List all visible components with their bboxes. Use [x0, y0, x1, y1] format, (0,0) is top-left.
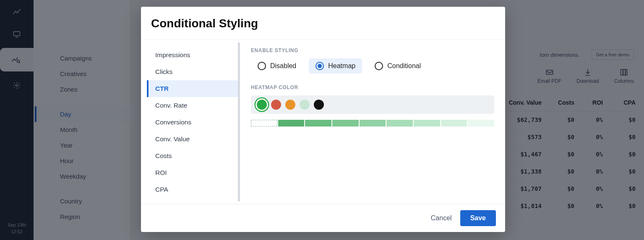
gradient-step — [251, 120, 277, 127]
color-swatch[interactable] — [271, 100, 281, 110]
gradient-step — [278, 120, 305, 127]
metric-item-impressions[interactable]: Impressions — [147, 47, 238, 63]
metric-item-cpa[interactable]: CPA — [147, 181, 238, 198]
gradient-step — [386, 120, 413, 127]
color-swatch[interactable] — [314, 100, 324, 110]
radio-icon — [258, 62, 266, 70]
enable-styling-label: ENABLE STYLING — [251, 47, 494, 53]
modal-footer: Cancel Save — [141, 204, 505, 232]
radio-label: Heatmap — [328, 62, 355, 70]
modal-title: Conditional Styling — [151, 17, 495, 30]
metric-item-costs[interactable]: Costs — [147, 148, 238, 164]
radio-label: Disabled — [270, 62, 296, 70]
color-swatch[interactable] — [285, 100, 295, 110]
modal-body: ImpressionsClicksCTRConv. RateConversion… — [141, 40, 505, 204]
gradient-step — [414, 120, 440, 127]
radio-heatmap[interactable]: Heatmap — [309, 58, 362, 74]
color-swatch-row — [251, 95, 494, 114]
conditional-styling-modal: Conditional Styling ImpressionsClicksCTR… — [141, 7, 505, 232]
gradient-step — [332, 120, 359, 127]
metric-item-conversions[interactable]: Conversions — [147, 114, 238, 131]
heatmap-color-label: HEATMAP COLOR — [251, 84, 494, 90]
radio-icon — [375, 62, 383, 70]
metric-list[interactable]: ImpressionsClicksCTRConv. RateConversion… — [141, 42, 240, 201]
radio-icon — [315, 62, 324, 70]
metric-item-roi[interactable]: ROI — [147, 164, 238, 181]
metric-item-conv-value[interactable]: Conv. Value — [147, 131, 238, 148]
color-swatch[interactable] — [300, 100, 310, 110]
gradient-preview — [251, 120, 494, 127]
gradient-step — [360, 120, 386, 127]
modal-header: Conditional Styling — [141, 7, 505, 40]
gradient-step — [468, 120, 494, 127]
radio-label: Conditional — [387, 62, 421, 70]
metric-item-clicks[interactable]: Clicks — [147, 63, 238, 80]
gradient-step — [441, 120, 467, 127]
cancel-button[interactable]: Cancel — [431, 214, 452, 222]
styling-mode-radios: DisabledHeatmapConditional — [251, 58, 494, 74]
settings-pane: ENABLE STYLING DisabledHeatmapConditiona… — [240, 40, 505, 204]
metric-item-conv-rate[interactable]: Conv. Rate — [147, 97, 238, 114]
gradient-step — [305, 120, 331, 127]
radio-conditional[interactable]: Conditional — [368, 58, 428, 74]
radio-disabled[interactable]: Disabled — [251, 58, 303, 74]
color-swatch[interactable] — [257, 100, 267, 110]
metric-item-ctr[interactable]: CTR — [147, 80, 238, 97]
save-button[interactable]: Save — [460, 210, 496, 226]
